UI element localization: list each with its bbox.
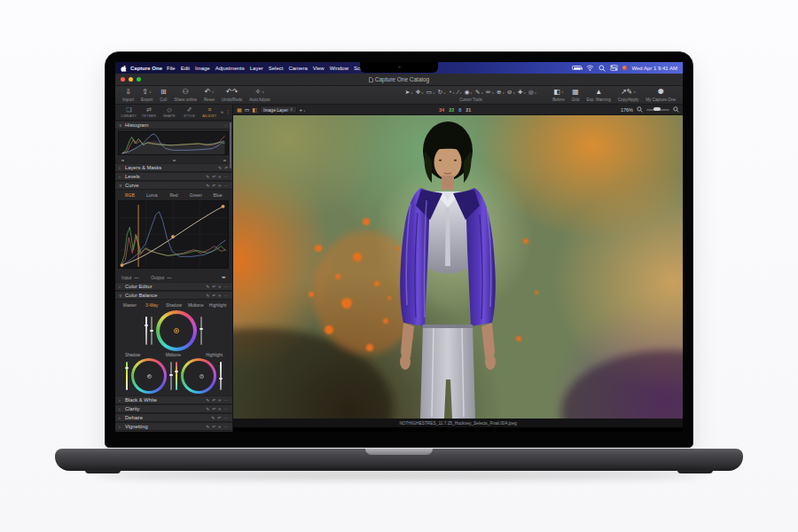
color-balance-tab[interactable]: Master <box>120 301 140 309</box>
wheel-center-handle[interactable] <box>174 328 179 333</box>
import-button[interactable]: ⇩Import <box>122 87 134 102</box>
adjust-button[interactable]: ≡ADJUST <box>200 106 220 118</box>
panel-action-icons[interactable]: ✎ ↶ ≡ ⋯ <box>206 293 229 298</box>
menu-item[interactable]: File <box>167 66 176 71</box>
style-brush-tool-button[interactable]: ✚∨ <box>518 89 526 96</box>
crop-tool-button[interactable]: ▭∨ <box>426 89 435 96</box>
grid-button[interactable]: ▦Grid <box>572 87 580 102</box>
zoom-out-icon[interactable] <box>637 106 643 113</box>
stepper-icon[interactable]: ⇕ <box>290 107 293 112</box>
color-balance-tab[interactable]: 3-Way <box>142 301 162 309</box>
panel-header-curve[interactable]: ∨ Curve ✎ ↶ ≡ ⋯ <box>115 181 232 190</box>
color-balance-tab[interactable]: Midtone <box>185 301 206 309</box>
menu-item[interactable]: Layer <box>250 66 263 71</box>
eyedropper-tool-button[interactable]: ◎∨ <box>528 89 536 96</box>
highlight-lightness-slider[interactable] <box>176 362 177 390</box>
color-balance-tab[interactable]: Shadow <box>164 301 184 309</box>
curve-channel-tab[interactable]: RGB <box>120 192 140 199</box>
panel-header-color-balance[interactable]: ∨ Color Balance ✎ ↶ ≡ ⋯ <box>115 291 232 300</box>
menu-item[interactable]: Edit <box>181 66 190 71</box>
menu-bar-clock[interactable]: Wed Apr 1 9:41 AM <box>631 66 677 71</box>
panel-action-icons[interactable]: ✎ ↶ ≡ ⋯ <box>206 398 229 403</box>
menu-item[interactable]: Camera <box>288 66 307 71</box>
undo-redo-button[interactable]: ↶↷Undo/Redo <box>222 87 242 102</box>
apple-menu-icon[interactable] <box>121 65 127 72</box>
menu-item[interactable]: Image <box>195 66 210 71</box>
panel-action-icons[interactable]: ✎ ↶ <box>218 166 229 170</box>
panel-header-color-editor[interactable]: › Color Editor ✎ ↶ ≡ ⋯ <box>115 282 232 291</box>
panel-action-icons[interactable]: ✎ ↶ ≡ ⋯ <box>206 285 229 289</box>
wifi-icon[interactable] <box>586 65 594 71</box>
menu-app-name[interactable]: Capture One <box>130 66 162 71</box>
panel-header-histogram[interactable]: ∨ Histogram ⋯ <box>115 121 232 129</box>
curve-graph[interactable] <box>118 200 229 269</box>
curve-channel-tab[interactable]: Red <box>164 192 184 199</box>
before-after-button[interactable]: ◧∨Before <box>552 87 565 102</box>
search-icon[interactable] <box>598 65 606 72</box>
menu-item[interactable]: Adjustments <box>215 66 245 71</box>
highlight-saturation-slider[interactable] <box>220 362 222 390</box>
curve-input-value[interactable]: — <box>134 275 138 280</box>
panel-action-icons[interactable]: ✎ ↶ ≡ ⋯ <box>206 407 229 411</box>
zoom-level[interactable]: 176% <box>621 107 633 113</box>
zoom-slider-thumb[interactable] <box>653 107 661 111</box>
clone-tool-button[interactable]: ⊘∨ <box>507 89 515 96</box>
panel-action-icons[interactable]: ✎ ↶ ≡ ⋯ <box>206 425 229 429</box>
share-online-button[interactable]: ⚇Share online <box>174 87 197 102</box>
sidebar-scrollbar[interactable] <box>230 122 231 168</box>
wheel-center-handle[interactable] <box>200 374 204 379</box>
curve-channel-tab[interactable]: Green <box>185 192 206 199</box>
orientation-tool-button[interactable]: ◔∨ <box>449 89 456 95</box>
straighten-tool-button[interactable]: ∕∨ <box>458 89 462 95</box>
photo-canvas[interactable] <box>233 115 683 419</box>
panel-header[interactable]: ›Clarity✎ ↶ ≡ ⋯ <box>115 404 232 413</box>
proof-view-icon[interactable]: ◧ <box>252 107 257 113</box>
layer-selector[interactable]: Image Layer ⇕ <box>260 106 297 113</box>
panel-action-icons[interactable]: ✎ ↶ ≡ ⋯ <box>206 184 229 188</box>
curve-channel-tab[interactable]: Blue <box>207 192 228 199</box>
capture-one-status-icon[interactable] <box>622 66 627 70</box>
reset-button[interactable]: ↶∨Reset <box>204 87 215 102</box>
single-view-icon[interactable]: ▭ <box>245 107 250 113</box>
curve-output-value[interactable]: — <box>167 275 171 280</box>
menu-item[interactable]: Select <box>269 66 284 71</box>
tab-menu-icon[interactable]: ⋮ <box>225 108 231 114</box>
export-button[interactable]: ⇧∨Export <box>141 87 153 102</box>
auto-adjust-button[interactable]: ✧∨Auto Adjust <box>249 87 270 102</box>
copy-apply-button[interactable]: ↗✎∨Copy/Apply <box>618 87 639 102</box>
saturation-slider[interactable] <box>145 317 147 345</box>
panel-header[interactable]: ›Layers & Masks✎ ↶ <box>115 163 232 172</box>
panel-header[interactable]: ›Black & White✎ ↶ ≡ ⋯ <box>115 395 232 404</box>
draw-mask-tool-button[interactable]: ✎∨ <box>475 89 483 96</box>
shape-button[interactable]: ◇SHAPE <box>159 106 179 118</box>
curve-channel-tab[interactable]: Luma <box>142 192 162 199</box>
panel-header[interactable]: ›Levels✎ ↶ ≡ ⋯ <box>115 172 232 181</box>
erase-mask-tool-button[interactable]: ✏∨ <box>486 89 494 96</box>
menu-item[interactable]: View <box>313 66 325 71</box>
lightness-slider[interactable] <box>200 317 202 345</box>
battery-icon[interactable] <box>572 66 582 70</box>
heal-tool-button[interactable]: ⊕∨ <box>497 89 505 96</box>
color-wheel-master[interactable] <box>156 310 197 351</box>
menu-item[interactable]: Window <box>330 66 348 71</box>
color-wheel-highlight[interactable] <box>181 358 216 394</box>
zoom-in-icon[interactable] <box>673 106 679 113</box>
color-balance-tab[interactable]: Highlight <box>207 301 228 309</box>
wheel-center-handle[interactable] <box>147 374 152 379</box>
panel-action-icons[interactable]: ⋯ <box>223 123 229 128</box>
panel-header[interactable]: ›Vignetting✎ ↶ ≡ ⋯ <box>115 422 232 431</box>
style-button[interactable]: ✐STYLE <box>179 106 200 118</box>
panel-header[interactable]: ›Dehaze✎ ↶ ⋯ <box>115 413 232 422</box>
color-wheel-shadow[interactable] <box>131 358 167 394</box>
zoom-slider[interactable] <box>646 109 669 111</box>
pan-tool-button[interactable]: ✥∨ <box>416 89 424 96</box>
shadow-saturation-slider[interactable] <box>170 362 172 390</box>
tether-button[interactable]: ⇄TETHER <box>139 106 160 118</box>
rotate-tool-button[interactable]: ↻∨ <box>438 89 446 96</box>
select-tool-button[interactable]: ➤∨ <box>405 89 413 96</box>
cull-button[interactable]: ⊞Cull <box>160 87 167 102</box>
exposure-warning-button[interactable]: ▲Exp. Warning <box>586 87 610 102</box>
thumbnails-view-icon[interactable]: ▦ <box>237 107 242 113</box>
control-center-icon[interactable] <box>610 65 618 71</box>
more-tabs-icon[interactable]: » <box>221 109 223 114</box>
